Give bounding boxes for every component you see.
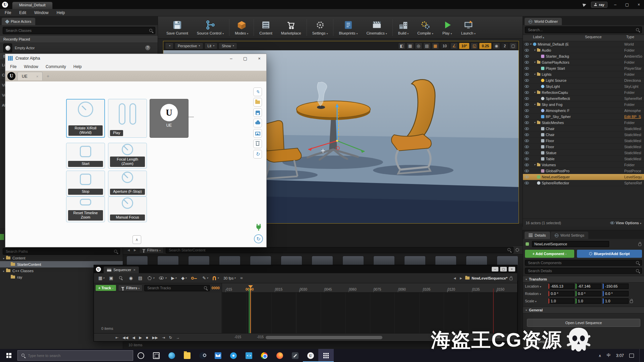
menu-item[interactable]: Edit	[19, 10, 26, 15]
tab-sequencer[interactable]: Sequencer	[104, 266, 139, 273]
help-icon[interactable]: ?	[145, 45, 150, 50]
maximize-button[interactable]: ▢	[623, 2, 631, 7]
close-tab-icon[interactable]	[36, 74, 38, 79]
transform-section-header[interactable]: Transform	[523, 276, 644, 283]
cinematics-button[interactable]: Cinematics	[362, 20, 391, 35]
modes-button[interactable]: Modes	[230, 20, 253, 35]
outliner-column-header[interactable]: Label Sequence Type	[523, 35, 644, 41]
expander-icon[interactable]	[3, 256, 4, 260]
lock-icon[interactable]	[638, 243, 641, 246]
visibility-eye-icon[interactable]	[525, 127, 529, 130]
search-assets-input[interactable]	[169, 248, 506, 252]
plug-icon[interactable]	[255, 224, 262, 231]
timeline-ruler[interactable]: -015 0000 001500300045006000750090010501…	[222, 283, 517, 293]
taskbar-app-icon[interactable]	[287, 349, 303, 362]
tab-ue[interactable]: UE	[17, 72, 43, 80]
search-classes-input[interactable]	[6, 28, 148, 33]
outliner-row[interactable]: SphereReflecti SphereRef	[523, 96, 644, 102]
transport-button[interactable]: ◀◀	[122, 336, 128, 340]
marketplace-button[interactable]: Marketplace	[277, 20, 306, 35]
perspective-selector[interactable]: Perspective	[175, 43, 203, 49]
sequencer-tool[interactable]: 30 fps▾	[221, 273, 238, 283]
scale-y-field[interactable]: 1.0	[576, 298, 601, 304]
tab-world-outliner[interactable]: World Outliner	[525, 18, 562, 25]
outliner-row[interactable]: ▾ StaticMeshes Folder	[523, 120, 644, 126]
restore-button[interactable]: ▢	[500, 267, 507, 272]
outliner-row[interactable]: Statue StaticMesl	[523, 150, 644, 156]
visibility-eye-icon[interactable]	[525, 133, 529, 136]
stop-button[interactable]: Stop	[66, 171, 105, 196]
visibility-eye-icon[interactable]	[525, 170, 529, 172]
scale-label[interactable]: Scale	[525, 299, 547, 303]
outliner-row[interactable]: GlobalPostPro PostProce	[523, 168, 644, 174]
gamepad-icon[interactable]: ◧	[398, 43, 406, 49]
menu-item[interactable]: File	[5, 10, 11, 15]
sequencer-tool[interactable]: ◆▾	[179, 273, 189, 283]
save-current-button[interactable]: Save Current	[162, 20, 193, 35]
show-flags-selector[interactable]: Show	[219, 43, 237, 49]
transport-button[interactable]: ⇤	[115, 336, 118, 340]
add-track-button[interactable]: + Track	[95, 285, 116, 291]
expander-icon[interactable]: ▾	[533, 163, 536, 166]
visibility-eye-icon[interactable]	[525, 152, 529, 154]
menu-item[interactable]: Help	[73, 64, 82, 69]
visibility-eye-icon[interactable]	[525, 109, 529, 112]
outliner-row[interactable]: Floor StaticMesl	[523, 144, 644, 150]
taskbar-app-icon[interactable]	[133, 349, 149, 362]
sequence-back-icon[interactable]	[452, 277, 457, 280]
current-time-field[interactable]: 0000	[212, 286, 220, 290]
track-list[interactable]: 0 items	[94, 293, 222, 333]
visibility-eye-icon[interactable]	[525, 91, 529, 94]
menu-item[interactable]: Window	[34, 10, 49, 15]
side-tool-button[interactable]	[253, 150, 262, 159]
launch-button[interactable]: Launch	[457, 20, 480, 35]
sequencer-tool[interactable]: ▣	[107, 273, 116, 283]
outliner-row[interactable]: ▾ Minimal_Default (E World	[523, 41, 644, 47]
user-badge[interactable]: ray	[591, 2, 607, 8]
rotation-z-field[interactable]: 0.0 °	[603, 291, 629, 296]
visibility-eye-icon[interactable]	[525, 103, 529, 106]
sequencer-tool[interactable]: ▤	[136, 273, 145, 283]
taskbar-app-icon[interactable]	[164, 349, 179, 362]
add-component-button[interactable]: + Add Component	[525, 250, 574, 258]
view-options-button[interactable]: View Options	[610, 221, 642, 225]
feedback-icon[interactable]	[583, 2, 587, 7]
outliner-row[interactable]: SphereReflectior SphereRef	[523, 180, 644, 186]
search-paths-input[interactable]	[6, 249, 112, 253]
sequencer-tool[interactable]	[189, 273, 200, 283]
transport-button[interactable]: ⇥	[162, 336, 165, 340]
visibility-eye-icon[interactable]	[525, 67, 529, 70]
taskbar-search-input[interactable]	[28, 354, 129, 358]
visibility-eye-icon[interactable]	[525, 121, 529, 124]
outliner-row[interactable]: ▾ GamePlayActors Folder	[523, 59, 644, 65]
visibility-eye-icon[interactable]	[525, 49, 529, 52]
close-tab-icon[interactable]	[133, 268, 135, 272]
side-tool-button[interactable]	[253, 139, 262, 148]
blueprints-button[interactable]: Blueprints	[334, 20, 362, 35]
history-forward-icon[interactable]	[133, 248, 137, 252]
menu-item[interactable]: Window	[24, 64, 38, 69]
outliner-row[interactable]: Starter_Backg AmbientSo	[523, 53, 644, 59]
visibility-eye-icon[interactable]	[525, 139, 529, 142]
manual-focus-button[interactable]: Manual Focus	[108, 196, 147, 222]
rotate-xroll-button[interactable]: Rotate X/Roll (World)	[66, 99, 105, 138]
search-components-input[interactable]	[528, 261, 634, 265]
sequencer-tool[interactable]: ▾	[157, 273, 169, 283]
taskbar-search[interactable]	[17, 350, 133, 361]
aperture-button[interactable]: Aperture (F-Stop)	[108, 171, 147, 196]
sequencer-tool[interactable]: ◉	[127, 273, 136, 283]
sequence-breadcrumb[interactable]: NewLevelSequence*	[472, 276, 507, 280]
ue-connection-button[interactable]: U UE	[150, 99, 189, 138]
expander-icon[interactable]: ▾	[533, 91, 536, 94]
outliner-search-input[interactable]	[528, 28, 634, 32]
camera-speed-icon[interactable]: ◉	[493, 43, 500, 49]
sequencer-tool[interactable]	[116, 273, 127, 283]
transport-button[interactable]: ■	[146, 336, 148, 340]
visibility-eye-icon[interactable]	[525, 182, 529, 184]
blueprint-add-script-button[interactable]: Blueprint/Add Script	[577, 250, 642, 258]
scale-lock-icon[interactable]	[630, 300, 633, 303]
sequencer-tool[interactable]: ▾	[145, 273, 157, 283]
sequencer-tool[interactable]: ▾	[210, 273, 221, 283]
show-desktop-button[interactable]	[639, 349, 641, 362]
sequencer-tool[interactable]: ▦▾	[96, 273, 107, 283]
